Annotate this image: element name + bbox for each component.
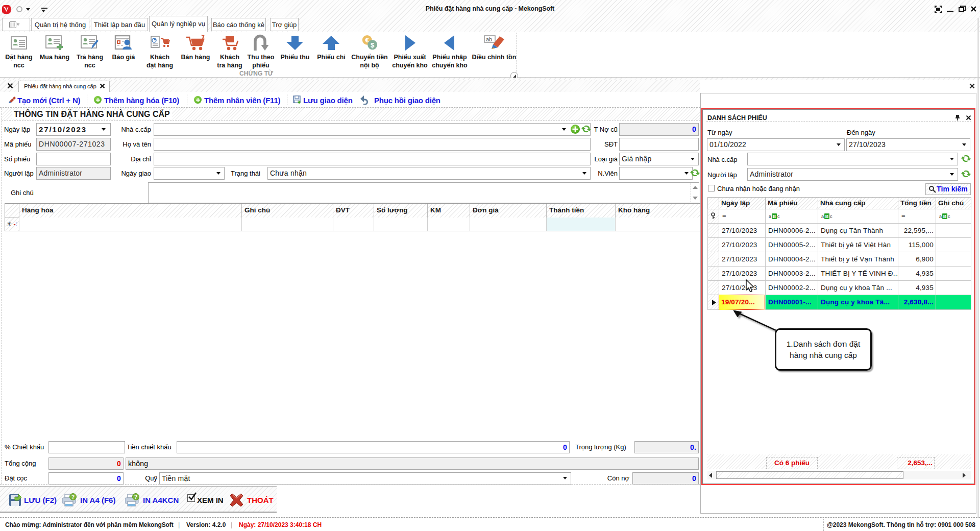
svg-text:B: B: [825, 214, 829, 219]
svg-text:ab: ab: [486, 36, 492, 42]
svg-text:a: a: [821, 214, 824, 219]
svg-text:?: ?: [134, 494, 137, 500]
svg-text:c: c: [777, 214, 780, 219]
svg-text:$: $: [371, 41, 375, 49]
svg-text:c: c: [948, 214, 950, 219]
svg-text:B: B: [773, 214, 776, 219]
svg-text:?: ?: [71, 494, 75, 500]
svg-text:B: B: [943, 214, 947, 219]
svg-text:c: c: [830, 214, 832, 219]
svg-text:a: a: [939, 214, 942, 219]
svg-text:a: a: [769, 214, 771, 219]
